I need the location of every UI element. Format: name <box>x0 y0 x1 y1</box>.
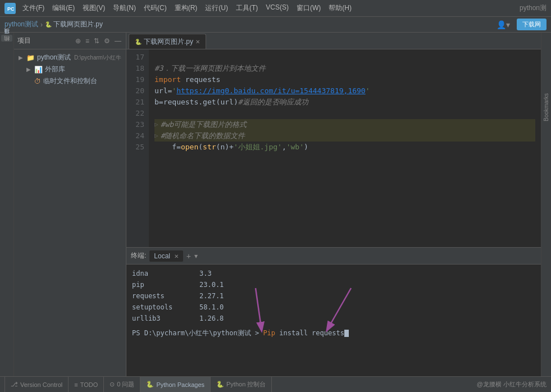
comment-23: #wb可能是下载图片的格式 <box>161 119 247 130</box>
menu-code[interactable]: 代码(C) <box>140 2 170 14</box>
tree-area: ▶ 📁 python测试 D:\pycharm\小红牛 ▶ 📊 外部库 ▶ ⏱ … <box>14 49 126 376</box>
editor-and-terminal: 🐍 下载网页图片.py ✕ 17 18 19 20 21 22 23 24 <box>126 33 541 376</box>
comment-24: #随机命名下载的数据文件 <box>161 130 245 142</box>
prompt-install-cmd: install requests <box>275 329 344 337</box>
menu-edit[interactable]: 编辑(E) <box>49 2 78 14</box>
comment-18: #3．下载一张网页图片到本地文件 <box>154 63 266 74</box>
keyword-import: import <box>154 74 181 85</box>
string-filename: '小姐姐.jpg' <box>234 142 282 153</box>
terminal-label: 终端: <box>131 251 146 261</box>
status-todo[interactable]: ≡ TODO <box>69 377 104 392</box>
tab-bar: 🐍 下载网页图片.py ✕ <box>126 33 541 49</box>
pkg-row-setuptools: setuptools 58.1.0 <box>132 302 535 313</box>
breadcrumb-project[interactable]: python测试 <box>4 20 38 29</box>
code-line-25: f=open(str(n)+'小姐姐.jpg','wb') <box>154 142 535 153</box>
code-line-20: url='https://img0.baidu.com/it/u=1544437… <box>154 85 535 97</box>
sidebar: 项目 ⊕ ≡ ⇅ ⚙ — ▶ 📁 python测试 D:\pycharm\小红牛… <box>14 33 126 376</box>
tree-label-extlib: 外部库 <box>45 65 65 74</box>
terminal-content[interactable]: idna 3.3 pip 23.0.1 requests 2.27.1 se <box>126 265 541 376</box>
nav-actions: 👤▾ 下载网 <box>494 19 547 30</box>
pkg-name-requests: requests <box>132 290 199 302</box>
left-tab-structure[interactable]: 结构 <box>1 43 12 49</box>
sidebar-icon-collapse[interactable]: ≡ <box>84 36 90 46</box>
sidebar-title: 项目 <box>17 36 72 45</box>
normal-indent: f= <box>154 142 181 153</box>
code-line-17 <box>154 52 535 63</box>
terminal-cursor <box>344 330 349 337</box>
left-tab-strip: 项目 结构 <box>0 33 14 376</box>
status-python-console[interactable]: 🐍 Python 控制台 <box>211 377 272 392</box>
terminal-add-button[interactable]: + <box>186 252 191 261</box>
menu-vcs[interactable]: VCS(S) <box>262 2 292 14</box>
todo-icon: ≡ <box>74 381 78 388</box>
normal-n: (n)+ <box>216 142 234 153</box>
tree-item-project[interactable]: ▶ 📁 python测试 D:\pycharm\小红牛 <box>14 52 126 63</box>
pkg-row-idna: idna 3.3 <box>132 268 535 279</box>
status-problems[interactable]: ⊙ 0 问题 <box>104 377 140 392</box>
normal-close-paren: ) <box>304 142 308 153</box>
left-tab-project[interactable]: 项目 <box>1 35 12 42</box>
prompt-pip-cmd: Pip <box>263 329 275 337</box>
menu-run[interactable]: 运行(U) <box>202 2 231 14</box>
breadcrumb-file[interactable]: 🐍 下载网页图片.py <box>45 20 103 29</box>
sidebar-icon-locate[interactable]: ⊕ <box>74 36 82 46</box>
right-side-tabs: Bookmarks <box>541 33 551 376</box>
status-python-packages[interactable]: 🐍 Python Packages <box>140 377 211 392</box>
svg-text:PC: PC <box>7 6 14 12</box>
menu-refactor[interactable]: 重构(R) <box>171 2 201 14</box>
code-line-24: ▷ #随机命名下载的数据文件 <box>154 130 535 142</box>
pkg-name-urllib3: urllib3 <box>132 313 199 324</box>
normal-b: b=requests.get(url) <box>154 97 238 108</box>
tab-close-icon[interactable]: ✕ <box>195 39 200 45</box>
tree-label-project: python测试 <box>37 53 71 62</box>
url-value: https://img0.baidu.com/it/u=1544437819,1… <box>176 85 366 97</box>
terminal-area: 终端: Local ✕ + ▾ idna 3.3 <box>126 247 541 376</box>
package-table: idna 3.3 pip 23.0.1 requests 2.27.1 se <box>132 268 535 324</box>
breadcrumb-filename: 下载网页图片.py <box>53 20 103 29</box>
breadcrumb-sep: › <box>40 21 43 29</box>
terminal-tab-local[interactable]: Local ✕ <box>149 250 183 262</box>
download-button[interactable]: 下载网 <box>517 19 547 30</box>
status-version-control[interactable]: ⎇ Version Control <box>4 377 69 392</box>
menu-view[interactable]: 视图(V) <box>79 2 108 14</box>
normal-requests: requests <box>181 74 220 85</box>
editor-tab-main[interactable]: 🐍 下载网页图片.py ✕ <box>129 34 206 49</box>
watermark-text: @龙腰横 小红牛分析系统 <box>477 380 547 389</box>
python-console-label: Python 控制台 <box>226 380 266 389</box>
title-bar: PC 文件(F) 编辑(E) 视图(V) 导航(N) 代码(C) 重构(R) 运… <box>0 0 551 17</box>
pkg-ver-urllib3: 1.26.8 <box>199 313 224 324</box>
code-line-21: b=requests.get(url)#返回的是否响应成功 <box>154 97 535 108</box>
menu-tools[interactable]: 工具(T) <box>233 2 261 14</box>
status-bar: ⎇ Version Control ≡ TODO ⊙ 0 问题 🐍 Python… <box>0 376 551 392</box>
tree-path-project: D:\pycharm\小红牛 <box>74 54 121 62</box>
python-packages-icon: 🐍 <box>146 381 154 388</box>
menu-window[interactable]: 窗口(W) <box>293 2 324 14</box>
menu-help[interactable]: 帮助(H) <box>325 2 355 14</box>
menu-bar: 文件(F) 编辑(E) 视图(V) 导航(N) 代码(C) 重构(R) 运行(U… <box>19 2 520 14</box>
menu-file[interactable]: 文件(F) <box>19 2 48 14</box>
tab-label: 下载网页图片.py <box>144 37 193 47</box>
sidebar-icon-minimize[interactable]: — <box>113 36 122 46</box>
menu-nav[interactable]: 导航(N) <box>110 2 139 14</box>
terminal-tab-close[interactable]: ✕ <box>174 253 179 259</box>
terminal-toolbar: 终端: Local ✕ + ▾ <box>126 248 541 265</box>
string-mode: 'wb' <box>286 142 304 153</box>
lib-icon: 📊 <box>34 66 43 74</box>
terminal-dropdown[interactable]: ▾ <box>194 252 198 260</box>
sidebar-icon-expand[interactable]: ⇅ <box>93 36 101 46</box>
tree-item-tempfiles[interactable]: ▶ ⏱ 临时文件和控制台 <box>14 75 126 87</box>
comment-21: #返回的是否响应成功 <box>238 97 308 108</box>
tree-arrow-project: ▶ <box>19 54 24 61</box>
terminal-tab-label: Local <box>154 252 170 260</box>
watermark: @龙腰横 小红牛分析系统 <box>477 380 547 389</box>
right-tab-bookmarks[interactable]: Bookmarks <box>542 89 550 126</box>
breadcrumb: python测试 › 🐍 下载网页图片.py <box>4 20 103 29</box>
string-quote-close: ' <box>366 85 370 97</box>
code-content[interactable]: #3．下载一张网页图片到本地文件 import requests url='ht… <box>149 49 541 247</box>
terminal-prompt-line[interactable]: PS D:\pycharm\小红牛\python测试 > Pip install… <box>132 327 535 339</box>
code-area[interactable]: 17 18 19 20 21 22 23 24 25 #3．下载一张网页图片到本… <box>126 49 541 247</box>
sidebar-icon-settings[interactable]: ⚙ <box>103 36 111 46</box>
tree-item-extlib[interactable]: ▶ 📊 外部库 <box>14 63 126 75</box>
user-icon-button[interactable]: 👤▾ <box>494 19 512 30</box>
pkg-ver-requests: 2.27.1 <box>199 290 224 302</box>
